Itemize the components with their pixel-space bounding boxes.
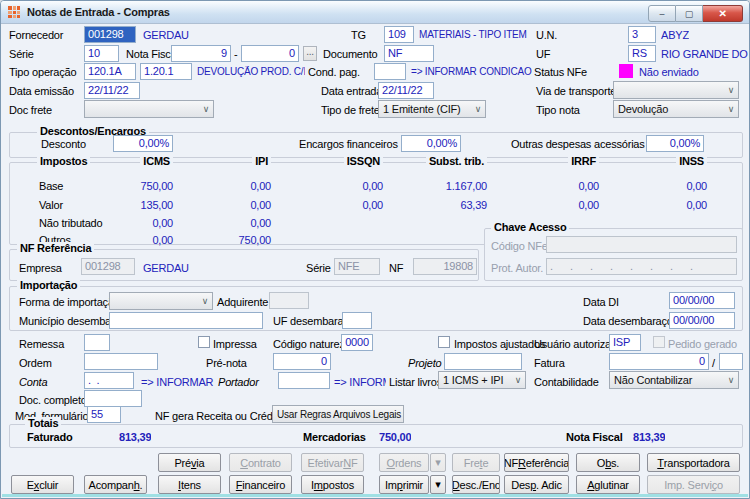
- cond-pag-hint-text: => INFORMAR CONDICAO DE PA: [411, 66, 532, 77]
- doc-frete-select[interactable]: ∨: [84, 100, 214, 118]
- codigo-natureza-input[interactable]: 0000: [341, 334, 373, 351]
- empresa-input[interactable]: 001298: [81, 258, 135, 275]
- frete-button[interactable]: Frete: [452, 453, 500, 472]
- nota-fiscal-browse-button[interactable]: ...: [303, 46, 317, 61]
- maximize-button[interactable]: ▢: [676, 5, 703, 22]
- fatura-input-2[interactable]: [719, 353, 743, 370]
- nota-fiscal-input-2[interactable]: 0: [241, 45, 299, 62]
- remessa-input[interactable]: [84, 334, 110, 351]
- conta-label: Conta: [19, 376, 47, 388]
- data-emissao-input[interactable]: 22/11/22: [84, 82, 140, 99]
- data-emissao-label: Data emissão: [9, 85, 74, 97]
- usuario-autorizado-input[interactable]: ISP: [609, 334, 641, 351]
- desconto-input[interactable]: 0,00%: [113, 135, 173, 152]
- pre-nota-input[interactable]: 0: [273, 353, 331, 370]
- mod-formulario-input[interactable]: 55: [87, 406, 121, 423]
- documento-input[interactable]: NF: [384, 45, 434, 62]
- listar-livros-select[interactable]: 1 ICMS + IPI ∨: [438, 371, 526, 389]
- forma-importacao-select[interactable]: ∨: [109, 292, 213, 310]
- data-di-label: Data DI: [583, 296, 619, 308]
- cond-pag-input[interactable]: [374, 63, 406, 80]
- prot-autor-input[interactable]: . . . . . . . .: [546, 258, 737, 275]
- contabilidade-select[interactable]: Não Contabilizar ∨: [609, 371, 739, 389]
- tg-input[interactable]: 109: [384, 26, 414, 43]
- impostos-cell: 0,00: [191, 180, 271, 192]
- ordem-input[interactable]: [84, 353, 158, 370]
- fornecedor-input[interactable]: 001298: [84, 26, 136, 43]
- outras-despesas-input[interactable]: 0,00%: [646, 135, 704, 152]
- tg-label: TG: [351, 29, 366, 41]
- financeiro-button[interactable]: Financeiro: [229, 475, 292, 494]
- minimize-button[interactable]: –: [648, 5, 676, 22]
- nota-fiscal-total-label: Nota Fiscal: [566, 431, 623, 443]
- data-di-input[interactable]: 00/00/00: [669, 292, 735, 309]
- data-entrada-input[interactable]: 22/11/22: [378, 82, 434, 99]
- municipio-desembaraco-input[interactable]: [109, 312, 263, 329]
- imprimir-button[interactable]: Imprimir: [379, 475, 429, 494]
- imprimir-dropdown-button[interactable]: ▾: [430, 475, 446, 494]
- impostos-cell: 750,00: [93, 180, 173, 192]
- forma-importacao-label: Forma de importação: [19, 296, 120, 308]
- portador-input[interactable]: [278, 372, 330, 389]
- chave-acesso-legend: Chave Acesso: [491, 221, 569, 233]
- tipo-frete-select[interactable]: 1 Emitente (CIF) ∨: [378, 100, 486, 118]
- nf-referencia-button[interactable]: NF Referência: [504, 453, 569, 472]
- contrato-button[interactable]: Contrato: [229, 453, 292, 472]
- fornecedor-label: Fornecedor: [9, 29, 63, 41]
- nf-gera-select[interactable]: Usar Regras Arquivos Legais ∨: [272, 405, 404, 423]
- chevron-down-icon: ∨: [401, 409, 404, 419]
- desconto-label: Desconto: [41, 138, 86, 150]
- nf-ref-serie-input[interactable]: NFE: [334, 258, 380, 275]
- faturado-value: 813,39: [119, 431, 151, 443]
- impostos-col-header: IPI: [191, 155, 271, 167]
- impostos-cell: 0,00: [303, 199, 383, 211]
- tipo-nota-select[interactable]: Devolução ∨: [613, 100, 739, 118]
- efetivar-nf-button[interactable]: Efetivar NF: [301, 453, 364, 472]
- empresa-label: Empresa: [19, 262, 62, 274]
- transportadora-button[interactable]: Transportadora: [647, 453, 740, 472]
- acompanh-button[interactable]: Acompanh.: [84, 475, 147, 494]
- close-icon: ✕: [718, 8, 726, 19]
- tipo-operacao-input[interactable]: 120.1A: [84, 63, 136, 80]
- impostos-cell: 0,00: [303, 180, 383, 192]
- nf-ref-nf-input[interactable]: 19808: [413, 258, 477, 275]
- previa-button[interactable]: Prévia: [158, 453, 221, 472]
- codigo-natureza-label: Código natureza: [273, 338, 351, 350]
- encargos-input[interactable]: 0,00%: [401, 135, 461, 152]
- status-nfe-swatch: [619, 64, 633, 78]
- obs-button[interactable]: Obs.: [576, 453, 640, 472]
- pedido-gerado-checkbox[interactable]: [653, 336, 665, 348]
- via-transporte-select[interactable]: ∨: [613, 81, 739, 99]
- close-button[interactable]: ✕: [703, 5, 743, 22]
- itens-button[interactable]: Itens: [158, 475, 221, 494]
- imp-servico-button[interactable]: Imp. Serviço: [647, 475, 740, 494]
- fatura-input[interactable]: 0: [609, 353, 709, 370]
- bottom-accent-strip: [2, 494, 748, 497]
- empresa-desc-text: GERDAU: [143, 262, 189, 274]
- documento-label: Documento: [323, 48, 377, 60]
- doc-completo-input[interactable]: [84, 390, 142, 407]
- uf-input[interactable]: RS: [628, 45, 656, 62]
- impostos-button[interactable]: Impostos: [301, 475, 364, 494]
- desc-enc-button[interactable]: Desc./Enc: [452, 475, 500, 494]
- impostos-ajustados-checkbox[interactable]: [438, 336, 450, 348]
- un-input[interactable]: 3: [628, 26, 656, 43]
- nf-ref-nf-label: NF: [389, 262, 403, 274]
- tipo-operacao-input-2[interactable]: 1.20.1: [140, 63, 192, 80]
- desp-adic-button[interactable]: Desp. Adic: [504, 475, 569, 494]
- aglutinar-button[interactable]: Aglutinar: [576, 475, 640, 494]
- ordens-button[interactable]: Ordens: [379, 453, 429, 472]
- ordens-dropdown-button[interactable]: ▾: [430, 453, 446, 472]
- ordem-label: Ordem: [19, 357, 52, 369]
- serie-input[interactable]: 10: [84, 45, 119, 62]
- impressa-checkbox[interactable]: [198, 336, 210, 348]
- conta-input[interactable]: . .: [84, 372, 134, 389]
- uf-desembaraco-input[interactable]: [342, 312, 372, 329]
- portador-hint-text: => INFORMAR PO: [334, 376, 386, 388]
- excluir-button[interactable]: Excluir: [11, 475, 74, 494]
- data-desembaraco-input[interactable]: 00/00/00: [669, 312, 735, 329]
- nota-fiscal-input[interactable]: 9: [171, 45, 231, 62]
- adquirente-input[interactable]: [269, 292, 309, 309]
- projeto-input[interactable]: [444, 353, 522, 370]
- codigo-nfe-input[interactable]: [546, 236, 737, 253]
